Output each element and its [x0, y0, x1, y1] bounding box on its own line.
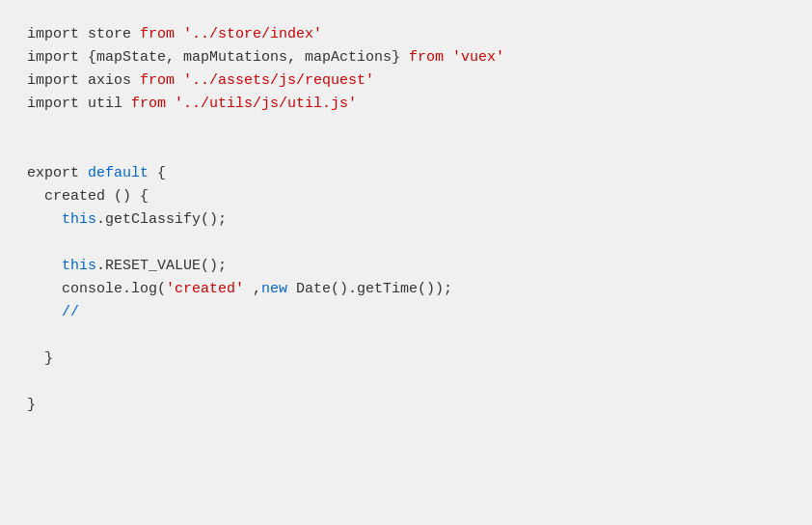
- code-token: import: [27, 72, 79, 89]
- code-token: [175, 72, 183, 89]
- code-token: from: [131, 96, 166, 112]
- code-token: from: [409, 49, 444, 66]
- code-token: Date().getTime());: [287, 281, 452, 297]
- blank-line: [27, 232, 785, 255]
- code-token: store: [79, 26, 140, 42]
- code-token: axios: [79, 72, 140, 89]
- code-token: .getClassify();: [96, 211, 227, 228]
- code-line: this.getClassify();: [27, 208, 785, 232]
- code-token: util: [79, 96, 131, 112]
- code-token: [166, 96, 175, 112]
- code-token: from: [140, 72, 175, 89]
- code-line: import {mapState, mapMutations, mapActio…: [27, 46, 785, 69]
- code-token: ,: [244, 281, 261, 297]
- code-line: import util from '../utils/js/util.js': [27, 93, 785, 116]
- code-token: [27, 304, 62, 320]
- code-token: }: [27, 397, 36, 413]
- code-token: '../assets/js/request': [183, 72, 374, 89]
- code-token: import: [27, 96, 79, 112]
- blank-line: [27, 371, 785, 394]
- code-token: default: [88, 165, 149, 181]
- code-token: import: [27, 26, 79, 42]
- code-token: '../store/index': [183, 26, 322, 42]
- code-token: created () {: [27, 188, 149, 205]
- code-token: [444, 49, 452, 66]
- code-token: //: [62, 304, 79, 320]
- code-block: import store from '../store/index'import…: [27, 23, 785, 417]
- code-token: console.log(: [27, 281, 166, 297]
- code-token: {mapState, mapMutations, mapActions}: [79, 49, 409, 66]
- code-line: created () {: [27, 185, 785, 208]
- code-line: export default {: [27, 162, 785, 185]
- code-line: console.log('created' ,new Date().getTim…: [27, 278, 785, 301]
- code-line: this.RESET_VALUE();: [27, 255, 785, 278]
- code-token: new: [261, 281, 287, 297]
- code-token: export: [27, 165, 79, 181]
- code-token: }: [27, 350, 53, 367]
- code-token: 'vuex': [452, 49, 504, 66]
- code-line: }: [27, 347, 785, 371]
- code-token: [27, 211, 62, 228]
- code-editor: import store from '../store/index'import…: [0, 0, 812, 525]
- code-token: import: [27, 49, 79, 66]
- blank-line: [27, 324, 785, 347]
- code-token: from: [140, 26, 175, 42]
- blank-line: [27, 116, 785, 139]
- code-token: [79, 165, 88, 181]
- code-token: '../utils/js/util.js': [175, 96, 357, 112]
- code-line: }: [27, 394, 785, 417]
- code-line: //: [27, 301, 785, 324]
- code-line: import axios from '../assets/js/request': [27, 69, 785, 93]
- code-token: .RESET_VALUE();: [96, 258, 227, 274]
- blank-line: [27, 139, 785, 162]
- code-token: [27, 258, 62, 274]
- code-token: 'created': [166, 281, 244, 297]
- code-line: import store from '../store/index': [27, 23, 785, 46]
- code-token: this: [62, 258, 96, 274]
- code-token: {: [149, 165, 166, 181]
- code-token: [175, 26, 183, 42]
- code-token: this: [62, 211, 96, 228]
